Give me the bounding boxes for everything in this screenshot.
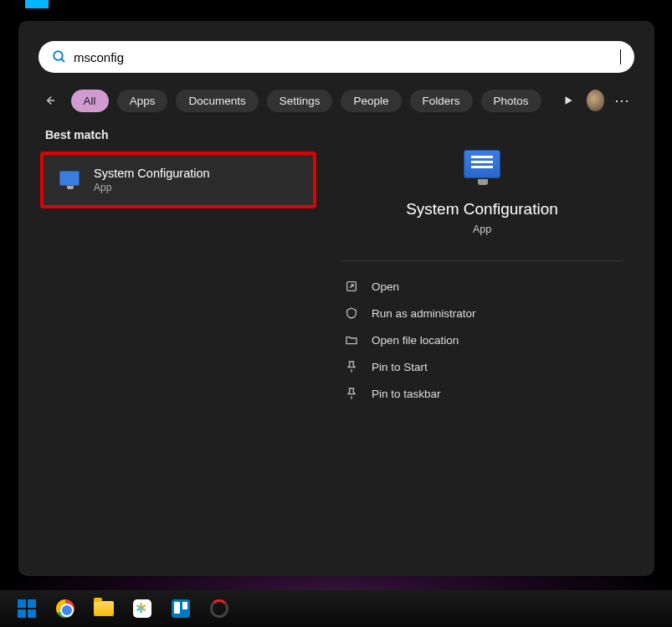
search-icon <box>52 49 67 64</box>
taskbar-file-explorer[interactable] <box>92 597 115 620</box>
best-match-label: Best match <box>45 128 316 141</box>
more-icon[interactable]: ⋯ <box>613 88 633 113</box>
folder-icon <box>345 333 358 347</box>
action-pin-taskbar[interactable]: Pin to taskbar <box>341 380 623 407</box>
pin-icon <box>345 360 358 373</box>
filter-photos[interactable]: Photos <box>481 90 541 112</box>
start-search-panel: All Apps Documents Settings People Folde… <box>18 21 654 576</box>
svg-point-0 <box>54 51 63 60</box>
results-column: Best match System Configuration App <box>40 128 316 407</box>
taskbar-slack[interactable] <box>131 597 154 620</box>
window-accent <box>25 0 49 8</box>
result-title: System Configuration <box>94 167 210 180</box>
open-icon <box>345 280 358 293</box>
action-label: Run as administrator <box>372 307 476 320</box>
shield-icon <box>345 306 358 320</box>
action-open[interactable]: Open <box>341 273 623 300</box>
trello-icon <box>172 599 190 618</box>
svg-marker-3 <box>565 96 572 104</box>
folder-icon <box>94 601 114 616</box>
pin-icon <box>345 387 358 400</box>
detail-column: System Configuration App Open Run as adm… <box>331 128 633 407</box>
user-avatar[interactable] <box>587 90 604 111</box>
search-bar[interactable] <box>38 41 634 73</box>
filter-row: All Apps Documents Settings People Folde… <box>40 88 633 113</box>
ring-icon <box>210 599 228 618</box>
detail-title: System Configuration <box>406 200 558 218</box>
search-input[interactable] <box>74 50 620 64</box>
back-button[interactable] <box>40 89 59 112</box>
taskbar <box>0 590 672 627</box>
result-system-configuration[interactable]: System Configuration App <box>40 152 316 208</box>
action-label: Open file location <box>372 334 459 347</box>
chrome-icon <box>56 599 74 618</box>
taskbar-trello[interactable] <box>169 597 192 620</box>
play-icon[interactable] <box>558 88 578 113</box>
windows-icon <box>18 599 36 618</box>
text-cursor <box>620 49 621 64</box>
filter-apps[interactable]: Apps <box>117 90 168 112</box>
taskbar-chrome[interactable] <box>54 597 77 620</box>
filter-documents[interactable]: Documents <box>176 90 258 112</box>
detail-subtitle: App <box>473 224 491 235</box>
action-label: Open <box>372 280 399 293</box>
start-button[interactable] <box>15 597 38 620</box>
svg-line-1 <box>61 59 64 62</box>
taskbar-app[interactable] <box>208 597 231 620</box>
filter-people[interactable]: People <box>341 90 401 112</box>
app-icon-large <box>460 146 504 187</box>
result-subtitle: App <box>94 182 210 193</box>
action-run-admin[interactable]: Run as administrator <box>341 300 623 326</box>
slack-icon <box>133 599 151 618</box>
action-pin-start[interactable]: Pin to Start <box>341 353 623 380</box>
filter-settings[interactable]: Settings <box>267 90 333 112</box>
action-label: Pin to taskbar <box>372 388 441 400</box>
action-label: Pin to Start <box>372 361 428 373</box>
action-open-location[interactable]: Open file location <box>341 326 623 353</box>
filter-all[interactable]: All <box>71 90 109 112</box>
monitor-icon <box>57 169 82 191</box>
divider <box>341 260 623 261</box>
filter-folders[interactable]: Folders <box>410 90 473 112</box>
